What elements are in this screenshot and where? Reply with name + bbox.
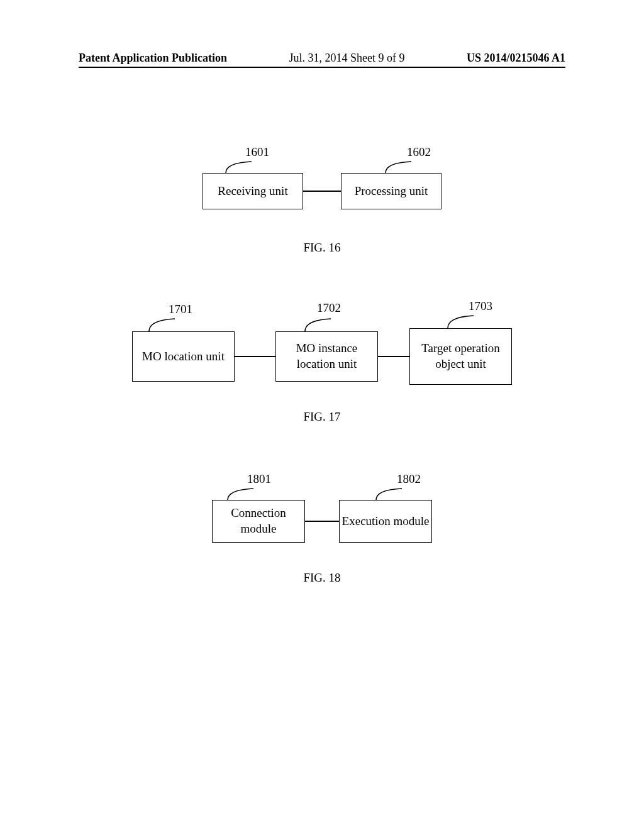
page-header: Patent Application Publication Jul. 31, … [0, 52, 644, 65]
fig17-caption: FIG. 17 [0, 410, 644, 424]
leader-icon [384, 160, 415, 178]
fig17-box3-wrap: 1703 Target operation object unit [409, 328, 512, 385]
fig17-box-target-operation-object-unit: Target operation object unit [409, 328, 512, 385]
fig16-box1-wrap: 1601 Receiving unit [203, 173, 303, 209]
fig18-diagram: 1801 Connection module 1802 Execution mo… [0, 500, 644, 543]
fig16-box-receiving-unit: Receiving unit [203, 173, 303, 209]
fig16-box-processing-unit: Processing unit [341, 173, 441, 209]
header-rule [79, 67, 565, 68]
leader-icon [374, 487, 406, 505]
connector-line [305, 521, 339, 522]
leader-icon [226, 487, 257, 505]
header-right: US 2014/0215046 A1 [467, 52, 565, 65]
fig18-ref1: 1801 [247, 472, 271, 486]
fig18-ref2: 1802 [397, 472, 421, 486]
leader-icon [446, 314, 477, 332]
connector-line [378, 356, 409, 357]
fig18-box1-wrap: 1801 Connection module [212, 500, 305, 543]
fig16-ref1: 1601 [245, 145, 269, 159]
fig16-box2-wrap: 1602 Processing unit [341, 173, 441, 209]
connector-line [303, 191, 341, 192]
fig17-box1-wrap: 1701 MO location unit [132, 331, 235, 382]
connector-line [235, 356, 275, 357]
header-left: Patent Application Publication [79, 52, 227, 65]
fig16-caption: FIG. 16 [0, 241, 644, 255]
header-center: Jul. 31, 2014 Sheet 9 of 9 [289, 52, 405, 65]
fig17-box-mo-location-unit: MO location unit [132, 331, 235, 382]
leader-icon [303, 318, 335, 335]
leader-icon [224, 160, 255, 178]
fig16-diagram: 1601 Receiving unit 1602 Processing unit [0, 173, 644, 209]
fig18-caption: FIG. 18 [0, 571, 644, 585]
fig18-box2-wrap: 1802 Execution module [339, 500, 432, 543]
fig18-box-connection-module: Connection module [212, 500, 305, 543]
figure-16: 1601 Receiving unit 1602 Processing unit… [0, 173, 644, 255]
figure-18: 1801 Connection module 1802 Execution mo… [0, 500, 644, 585]
leader-icon [147, 318, 179, 335]
fig17-ref2: 1702 [317, 301, 341, 315]
fig17-ref1: 1701 [169, 302, 192, 316]
fig17-diagram: 1701 MO location unit 1702 MO instance l… [0, 328, 644, 385]
fig18-box-execution-module: Execution module [339, 500, 432, 543]
fig17-box2-wrap: 1702 MO instance location unit [275, 331, 378, 382]
figure-17: 1701 MO location unit 1702 MO instance l… [0, 328, 644, 424]
fig16-ref2: 1602 [407, 145, 431, 159]
fig17-ref3: 1703 [469, 299, 492, 313]
fig17-box-mo-instance-location-unit: MO instance location unit [275, 331, 378, 382]
